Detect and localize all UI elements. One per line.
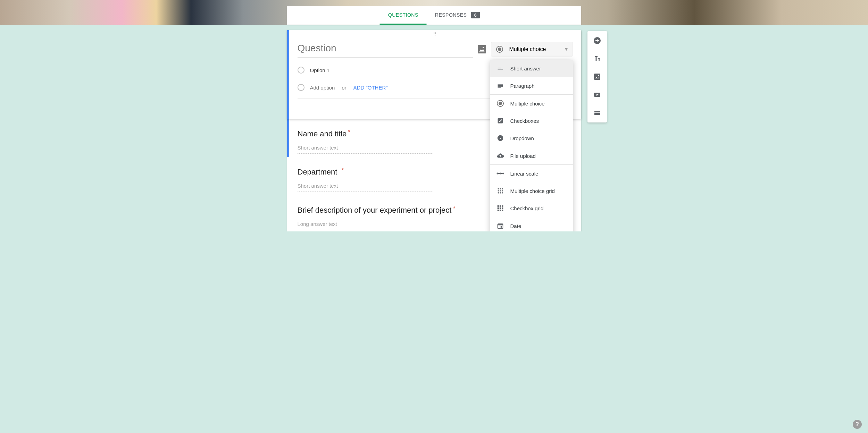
- svg-rect-20: [497, 207, 499, 209]
- menu-label: Linear scale: [510, 171, 539, 177]
- dropdown-icon: [496, 134, 504, 142]
- menu-item-checkboxes[interactable]: Checkboxes: [490, 112, 573, 129]
- svg-point-13: [502, 190, 503, 192]
- menu-item-short-answer[interactable]: Short answer: [490, 60, 573, 77]
- question-type-selector[interactable]: Multiple choice ▾: [491, 42, 573, 57]
- add-other-button[interactable]: ADD "OTHER": [353, 85, 388, 91]
- radio-empty-icon: [298, 67, 304, 74]
- cb-grid-icon: [496, 204, 504, 212]
- svg-rect-21: [499, 207, 501, 209]
- menu-item-cb-grid[interactable]: Checkbox grid: [490, 199, 573, 217]
- menu-label: Multiple choice grid: [510, 188, 555, 194]
- menu-item-multiple-choice[interactable]: Multiple choice: [490, 95, 573, 112]
- required-star-icon: *: [348, 129, 350, 136]
- add-option-button[interactable]: Add option: [310, 85, 335, 91]
- drag-handle-icon[interactable]: ⠿: [433, 33, 437, 35]
- tab-questions-label: QUESTIONS: [388, 12, 418, 18]
- menu-label: Short answer: [510, 66, 541, 71]
- menu-item-dropdown[interactable]: Dropdown: [490, 129, 573, 147]
- svg-rect-35: [594, 113, 600, 115]
- add-image-icon[interactable]: [478, 45, 486, 53]
- menu-item-linear-scale[interactable]: Linear scale: [490, 165, 573, 182]
- calendar-icon: [496, 222, 504, 230]
- short-answer-placeholder: Short answer text: [298, 145, 433, 154]
- menu-item-file-upload[interactable]: File upload: [490, 147, 573, 164]
- short-answer-icon: [496, 65, 504, 72]
- svg-rect-31: [594, 74, 600, 80]
- svg-rect-23: [497, 210, 499, 211]
- menu-item-date[interactable]: Date: [490, 217, 573, 231]
- menu-label: Checkbox grid: [510, 205, 544, 211]
- menu-item-mc-grid[interactable]: Multiple choice grid: [490, 182, 573, 199]
- add-video-button[interactable]: [590, 88, 604, 102]
- svg-point-32: [598, 75, 599, 76]
- question-type-menu: Short answer Paragraph Multiple choice C…: [490, 60, 573, 231]
- svg-rect-25: [502, 210, 503, 211]
- svg-point-11: [498, 190, 499, 192]
- question-type-label: Multiple choice: [509, 46, 546, 52]
- option-1-label: Option 1: [310, 67, 330, 73]
- svg-rect-34: [594, 111, 600, 112]
- menu-label: File upload: [510, 153, 536, 159]
- mc-grid-icon: [496, 187, 504, 195]
- menu-label: Date: [510, 223, 521, 229]
- svg-rect-27: [498, 224, 503, 225]
- svg-point-8: [498, 188, 499, 189]
- linear-scale-icon: [496, 170, 504, 177]
- svg-rect-17: [497, 205, 499, 207]
- svg-point-10: [502, 188, 503, 189]
- menu-label: Paragraph: [510, 83, 535, 89]
- menu-item-paragraph[interactable]: Paragraph: [490, 77, 573, 94]
- header-banner: QUESTIONS RESPONSES 6: [0, 0, 868, 25]
- radio-empty-icon: [298, 84, 304, 91]
- question-title: Name and title: [298, 129, 347, 138]
- cloud-upload-icon: [496, 152, 504, 160]
- radio-icon: [496, 100, 504, 107]
- svg-rect-22: [502, 207, 503, 209]
- svg-rect-18: [499, 205, 501, 207]
- add-title-button[interactable]: [590, 52, 604, 66]
- menu-label: Multiple choice: [510, 101, 545, 107]
- question-title: Department: [298, 168, 337, 177]
- menu-label: Dropdown: [510, 135, 534, 141]
- svg-point-12: [500, 190, 501, 192]
- tab-responses[interactable]: RESPONSES 6: [427, 6, 488, 25]
- side-toolbar: [587, 31, 607, 122]
- question-title: Brief description of your experiment or …: [298, 206, 452, 215]
- svg-rect-24: [499, 210, 501, 211]
- add-section-button[interactable]: [590, 106, 604, 120]
- tab-strip: QUESTIONS RESPONSES 6: [287, 6, 581, 25]
- svg-point-9: [500, 188, 501, 189]
- checkbox-icon: [496, 117, 504, 125]
- menu-label: Checkboxes: [510, 118, 539, 124]
- short-answer-placeholder: Short answer text: [298, 183, 433, 192]
- svg-rect-19: [502, 205, 503, 207]
- add-image-button[interactable]: [590, 70, 604, 84]
- svg-rect-28: [500, 226, 502, 228]
- add-question-button[interactable]: [590, 34, 604, 48]
- paragraph-icon: [496, 82, 504, 90]
- tab-questions[interactable]: QUESTIONS: [380, 6, 427, 25]
- svg-point-16: [502, 192, 503, 194]
- svg-point-15: [500, 192, 501, 194]
- radio-icon: [496, 46, 503, 53]
- svg-point-14: [498, 192, 499, 194]
- question-title-input[interactable]: [298, 41, 473, 58]
- required-star-icon: *: [341, 167, 344, 174]
- or-text: or: [342, 85, 346, 91]
- responses-count-badge: 6: [471, 12, 480, 18]
- tab-responses-label: RESPONSES: [435, 12, 467, 18]
- required-star-icon: *: [453, 205, 455, 212]
- chevron-down-icon: ▾: [565, 46, 568, 52]
